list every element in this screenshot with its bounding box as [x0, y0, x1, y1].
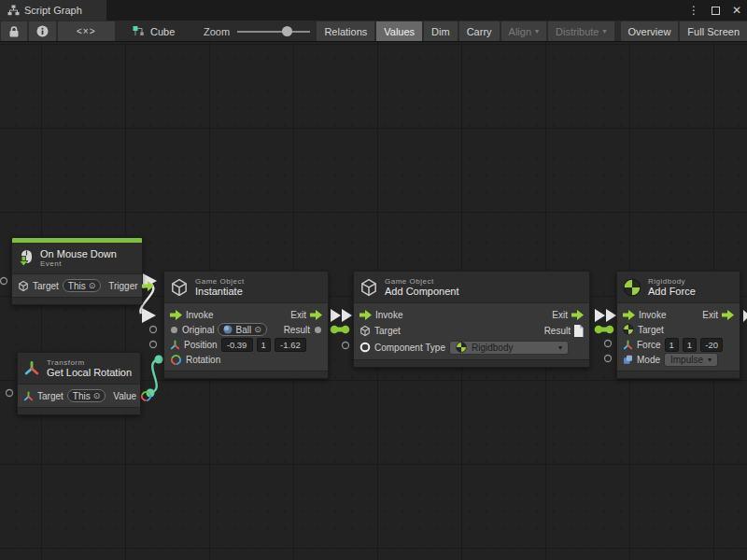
port-ring[interactable]	[1, 278, 7, 285]
distribute-button[interactable]: Distribute ▾	[548, 21, 613, 41]
tab-label: Script Graph	[24, 5, 82, 16]
target-object-field[interactable]: This ⊙	[63, 279, 101, 292]
object-picker-icon[interactable]: ⊙	[93, 391, 101, 400]
position-y-input[interactable]: 1	[257, 338, 271, 352]
zoom-label: Zoom	[204, 26, 230, 37]
value-port-dot[interactable]	[170, 326, 178, 334]
node-header[interactable]: Transform Get Local Rotation	[18, 353, 140, 385]
values-button[interactable]: Values	[376, 21, 422, 41]
fullscreen-button[interactable]: Full Screen	[680, 21, 747, 41]
component-type-value: Rigidbody	[472, 343, 513, 353]
value-connection-result-target[interactable]	[331, 326, 350, 334]
port-ring[interactable]	[605, 341, 612, 347]
info-button[interactable]	[29, 21, 56, 41]
node-instantiate[interactable]: Game Object Instantiate Invoke Exit	[163, 271, 329, 379]
zoom-slider[interactable]	[237, 31, 310, 33]
result-label: Result	[544, 326, 571, 336]
port-row: Target	[623, 322, 734, 337]
original-value: Ball	[235, 325, 251, 335]
dim-button[interactable]: Dim	[424, 21, 458, 41]
hierarchy-icon	[7, 5, 20, 16]
object-picker-icon[interactable]: ⊙	[89, 281, 96, 290]
position-z-input[interactable]: -1.62	[275, 338, 306, 352]
window-controls: ⋮ ✕	[688, 0, 741, 21]
port-ring[interactable]	[605, 356, 612, 362]
graph-breadcrumb[interactable]: Cube	[133, 21, 175, 41]
gameobject-cube-icon	[170, 277, 189, 298]
chevron-down-icon: ▾	[558, 343, 562, 352]
edit-graph-button[interactable]: <×>	[58, 21, 115, 41]
relations-button[interactable]: Relations	[317, 21, 374, 41]
target-object-field[interactable]: This ⊙	[67, 389, 106, 402]
node-title: Instantiate	[195, 286, 245, 298]
port-ring[interactable]	[7, 390, 13, 397]
exit-port-icon[interactable]	[310, 310, 322, 320]
target-label: Target	[37, 391, 63, 401]
invoke-port-icon[interactable]	[623, 310, 635, 320]
close-icon[interactable]: ✕	[732, 4, 741, 17]
rotation-icon[interactable]	[170, 354, 182, 366]
trigger-port-icon[interactable]	[142, 281, 154, 291]
invoke-port-icon[interactable]	[359, 310, 372, 320]
info-icon	[36, 25, 49, 37]
node-add-component[interactable]: Game Object Add Component Invoke Exit	[353, 271, 590, 368]
overview-button[interactable]: Overview	[621, 21, 679, 41]
mode-value: Impulse	[670, 355, 703, 365]
align-button[interactable]: Align ▾	[501, 21, 546, 41]
value-connection-result-target[interactable]	[595, 326, 614, 334]
node-add-force[interactable]: Rigidbody Add Force Invoke Exit	[616, 271, 740, 379]
document-icon[interactable]	[574, 325, 584, 337]
node-header[interactable]: Game Object Instantiate	[164, 272, 328, 303]
rigidbody-icon	[623, 324, 634, 335]
toolbar-left-group: <×>	[1, 21, 115, 41]
node-type: Transform	[47, 358, 132, 367]
control-connection-offscreen[interactable]	[743, 310, 747, 322]
original-object-field[interactable]: Ball ⊙	[218, 323, 266, 336]
mode-dropdown[interactable]: Impulse ▾	[664, 353, 718, 367]
force-z-input[interactable]: -20	[700, 338, 723, 352]
node-header[interactable]: Game Object Add Component	[354, 272, 589, 303]
node-get-local-rotation[interactable]: Transform Get Local Rotation Target This…	[17, 352, 141, 415]
carry-button[interactable]: Carry	[459, 21, 500, 41]
target-label: Target	[374, 326, 401, 336]
relations-label: Relations	[324, 26, 367, 37]
graph-toolbar: <×> Cube Zoom 0.8x Relations Values Dim	[0, 21, 747, 42]
more-icon[interactable]: ⋮	[688, 4, 699, 17]
position-x-input[interactable]: -0.39	[221, 338, 253, 352]
node-footer	[354, 359, 589, 367]
force-y-input[interactable]: 1	[683, 338, 697, 352]
exit-port-icon[interactable]	[571, 310, 584, 320]
control-connection-exit-invoke[interactable]	[331, 309, 352, 322]
values-label: Values	[384, 26, 415, 37]
control-connection-exit-invoke[interactable]	[595, 309, 616, 322]
align-label: Align	[509, 26, 531, 37]
type-ring-icon[interactable]	[359, 342, 371, 353]
object-picker-icon[interactable]: ⊙	[254, 325, 261, 334]
graph-canvas[interactable]: On Mouse Down Event Target This ⊙	[0, 42, 747, 560]
invoke-port-icon[interactable]	[170, 310, 182, 320]
maximize-icon[interactable]	[712, 7, 720, 15]
port-ring[interactable]	[150, 327, 157, 333]
exit-label: Exit	[552, 310, 568, 320]
lock-button[interactable]	[1, 21, 27, 41]
trigger-label: Trigger	[108, 281, 137, 291]
force-x-input[interactable]: 1	[665, 338, 679, 352]
port-row: Target Result	[359, 323, 584, 339]
exit-port-icon[interactable]	[722, 310, 734, 320]
invoke-label: Invoke	[375, 310, 402, 320]
node-type: Game Object	[385, 277, 459, 286]
node-header[interactable]: Rigidbody Add Force	[617, 272, 740, 303]
tab-script-graph[interactable]: Script Graph	[0, 0, 106, 21]
port-ring[interactable]	[343, 343, 349, 349]
component-type-dropdown[interactable]: Rigidbody ▾	[449, 341, 569, 355]
value-port-dot[interactable]	[314, 326, 322, 334]
node-header[interactable]: On Mouse Down Event	[12, 243, 142, 274]
overview-label: Overview	[628, 26, 671, 37]
port-row: Original Ball ⊙ Result	[170, 322, 322, 337]
node-footer	[164, 371, 328, 378]
zoom-slider-handle[interactable]	[282, 26, 292, 36]
rotation-port-icon[interactable]	[140, 390, 152, 402]
node-on-mouse-down[interactable]: On Mouse Down Event Target This ⊙	[11, 237, 143, 305]
node-type: Rigidbody	[648, 277, 696, 286]
port-ring[interactable]	[150, 342, 157, 348]
